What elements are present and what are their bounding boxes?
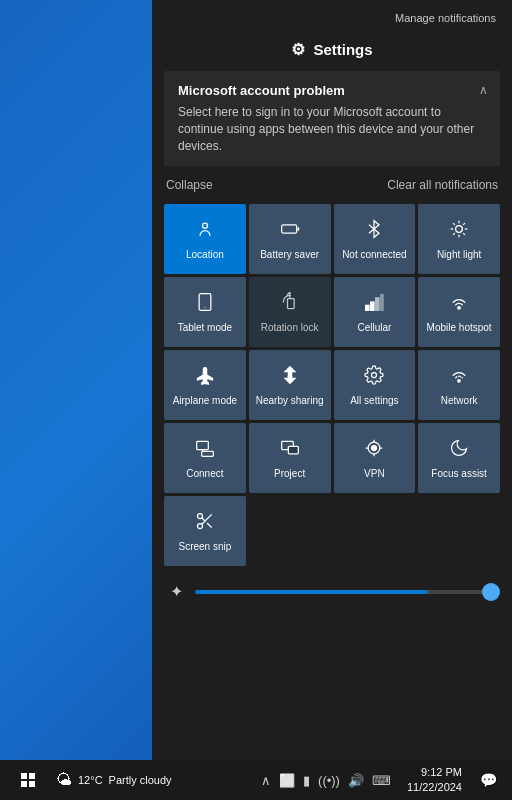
weather-icon: 🌤 bbox=[56, 771, 72, 789]
tile-screen-snip-label: Screen snip bbox=[178, 541, 231, 553]
settings-icon bbox=[364, 365, 384, 390]
moon-icon bbox=[449, 438, 469, 463]
svg-point-30 bbox=[197, 524, 202, 529]
tile-project[interactable]: Project bbox=[249, 423, 331, 493]
svg-rect-14 bbox=[287, 299, 294, 309]
tile-connect-label: Connect bbox=[186, 468, 223, 480]
tile-vpn-label: VPN bbox=[364, 468, 385, 480]
svg-rect-23 bbox=[202, 452, 214, 457]
monitor-taskbar-icon[interactable]: ⬜ bbox=[279, 773, 295, 788]
action-center-panel: Manage notifications ⚙ Settings Microsof… bbox=[152, 0, 512, 760]
svg-point-0 bbox=[202, 224, 207, 229]
tile-rotation-lock[interactable]: Rotation lock bbox=[249, 277, 331, 347]
tile-focus-assist[interactable]: Focus assist bbox=[418, 423, 500, 493]
svg-line-33 bbox=[202, 518, 205, 521]
svg-rect-17 bbox=[376, 298, 379, 311]
tile-all-settings[interactable]: All settings bbox=[334, 350, 416, 420]
windows-icon bbox=[21, 773, 35, 787]
tile-cellular[interactable]: Cellular bbox=[334, 277, 416, 347]
bluetooth-icon bbox=[364, 219, 384, 244]
tile-not-connected-label: Not connected bbox=[342, 249, 407, 261]
hotspot-icon bbox=[449, 292, 469, 317]
tile-vpn[interactable]: VPN bbox=[334, 423, 416, 493]
tile-night-light[interactable]: Night light bbox=[418, 204, 500, 274]
vpn-icon bbox=[364, 438, 384, 463]
svg-point-27 bbox=[372, 446, 377, 451]
svg-rect-16 bbox=[371, 302, 374, 310]
project-icon bbox=[280, 438, 300, 463]
svg-rect-26 bbox=[288, 447, 298, 455]
weather-temp: 12°C bbox=[78, 774, 103, 786]
svg-point-29 bbox=[197, 514, 202, 519]
chevron-up-icon[interactable]: ∧ bbox=[261, 773, 271, 788]
tile-not-connected[interactable]: Not connected bbox=[334, 204, 416, 274]
svg-line-10 bbox=[453, 234, 455, 236]
airplane-icon bbox=[195, 365, 215, 390]
quick-actions-grid: Location Battery saver Not connected Nig… bbox=[152, 200, 512, 570]
tile-tablet-mode[interactable]: Tablet mode bbox=[164, 277, 246, 347]
brightness-fill bbox=[195, 590, 428, 594]
svg-rect-15 bbox=[366, 306, 369, 311]
svg-line-9 bbox=[463, 234, 465, 236]
clear-all-link[interactable]: Clear all notifications bbox=[387, 178, 498, 192]
notifications-taskbar-button[interactable]: 💬 bbox=[472, 764, 504, 796]
taskbar-system-icons: ∧ ⬜ ▮ ((•)) 🔊 ⌨ bbox=[255, 773, 397, 788]
battery-taskbar-icon[interactable]: ▮ bbox=[303, 773, 310, 788]
notification-body: Select here to sign in to your Microsoft… bbox=[178, 104, 486, 154]
tile-tablet-mode-label: Tablet mode bbox=[178, 322, 232, 334]
notification-footer: Collapse Clear all notifications bbox=[152, 174, 512, 200]
tile-connect[interactable]: Connect bbox=[164, 423, 246, 493]
clock-time: 9:12 PM bbox=[407, 765, 462, 780]
taskbar-weather[interactable]: 🌤 12°C Partly cloudy bbox=[48, 771, 180, 789]
start-button[interactable] bbox=[8, 760, 48, 800]
notification-title: Microsoft account problem bbox=[178, 83, 486, 98]
svg-rect-12 bbox=[199, 294, 211, 311]
svg-line-8 bbox=[453, 223, 455, 225]
tile-nearby-sharing-label: Nearby sharing bbox=[256, 395, 324, 407]
manage-notifications-link[interactable]: Manage notifications bbox=[152, 0, 512, 32]
cellular-icon bbox=[364, 292, 384, 317]
taskbar-clock[interactable]: 9:12 PM 11/22/2024 bbox=[403, 765, 466, 796]
tile-mobile-hotspot-label: Mobile hotspot bbox=[427, 322, 492, 334]
scissors-icon bbox=[195, 511, 215, 536]
tile-focus-assist-label: Focus assist bbox=[431, 468, 487, 480]
taskbar: 🌤 12°C Partly cloudy ∧ ⬜ ▮ ((•)) 🔊 ⌨ 9:1… bbox=[0, 760, 512, 800]
settings-title: Settings bbox=[313, 41, 372, 58]
nearby-icon bbox=[280, 365, 300, 390]
tile-battery-saver-label: Battery saver bbox=[260, 249, 319, 261]
tile-rotation-lock-label: Rotation lock bbox=[261, 322, 319, 334]
chat-icon: 💬 bbox=[480, 772, 497, 788]
svg-rect-18 bbox=[381, 295, 384, 311]
sun-icon bbox=[449, 219, 469, 244]
tile-location[interactable]: Location bbox=[164, 204, 246, 274]
tile-network[interactable]: Network bbox=[418, 350, 500, 420]
tile-mobile-hotspot[interactable]: Mobile hotspot bbox=[418, 277, 500, 347]
svg-line-32 bbox=[207, 523, 212, 528]
tile-nearby-sharing[interactable]: Nearby sharing bbox=[249, 350, 331, 420]
tile-cellular-label: Cellular bbox=[357, 322, 391, 334]
tile-screen-snip[interactable]: Screen snip bbox=[164, 496, 246, 566]
tile-airplane-mode-label: Airplane mode bbox=[173, 395, 237, 407]
rotation-icon bbox=[280, 292, 300, 317]
svg-point-19 bbox=[458, 307, 461, 310]
wifi-taskbar-icon[interactable]: ((•)) bbox=[318, 773, 340, 788]
network-icon bbox=[449, 365, 469, 390]
collapse-link[interactable]: Collapse bbox=[166, 178, 213, 192]
person-icon bbox=[195, 219, 215, 244]
tile-project-label: Project bbox=[274, 468, 305, 480]
brightness-icon: ✦ bbox=[170, 582, 183, 601]
brightness-slider[interactable] bbox=[195, 590, 494, 594]
settings-header: ⚙ Settings bbox=[152, 32, 512, 71]
tile-location-label: Location bbox=[186, 249, 224, 261]
tile-battery-saver[interactable]: Battery saver bbox=[249, 204, 331, 274]
notification-card[interactable]: Microsoft account problem Select here to… bbox=[164, 71, 500, 166]
tile-network-label: Network bbox=[441, 395, 478, 407]
brightness-row: ✦ bbox=[152, 570, 512, 613]
tablet-icon bbox=[195, 292, 215, 317]
volume-taskbar-icon[interactable]: 🔊 bbox=[348, 773, 364, 788]
battery-icon bbox=[280, 219, 300, 244]
connect-icon bbox=[195, 438, 215, 463]
tile-airplane-mode[interactable]: Airplane mode bbox=[164, 350, 246, 420]
brightness-thumb[interactable] bbox=[482, 583, 500, 601]
keyboard-taskbar-icon[interactable]: ⌨ bbox=[372, 773, 391, 788]
